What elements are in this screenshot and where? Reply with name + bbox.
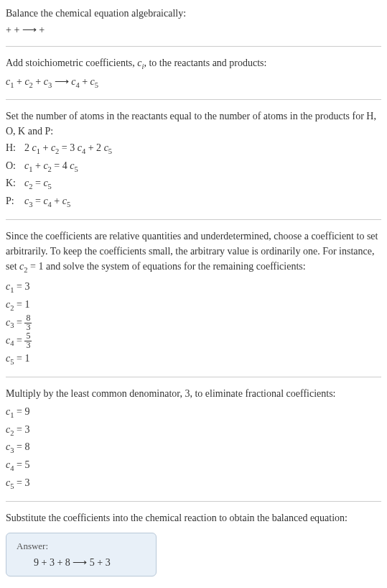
answer-equation: 9 + 3 + 8 ⟶ 5 + 3 xyxy=(17,556,146,569)
stoich-intro: Add stoichiometric coefficients, ci, to … xyxy=(6,55,381,73)
c5-sub: 5 xyxy=(95,81,98,88)
s: 5 xyxy=(108,147,112,155)
atom-eq: c1 + c2 = 4 c5 xyxy=(24,158,112,176)
val: 9 xyxy=(24,406,29,417)
atom-row-p: P: c3 = c4 + c5 xyxy=(6,193,112,211)
intro-equation: + + ⟶ + xyxy=(6,22,381,37)
divider xyxy=(6,99,381,100)
intro-section: Balance the chemical equation algebraica… xyxy=(6,6,381,37)
atom-label: H: xyxy=(6,140,24,158)
s: 5 xyxy=(74,165,78,173)
frac: 53 xyxy=(24,332,32,350)
frac: 83 xyxy=(24,314,32,332)
atom-row-k: K: c2 = c5 xyxy=(6,175,112,193)
mult-coeffs: c1 = 9 c2 = 3 c3 = 8 c4 = 5 c5 = 3 xyxy=(6,404,381,492)
coeff-line: c3 = 8 xyxy=(6,439,381,457)
e: = xyxy=(14,353,24,364)
atom-eq: c3 = c4 + c5 xyxy=(24,193,112,211)
divider xyxy=(6,46,381,47)
e: = xyxy=(14,281,24,292)
stoich-section: Add stoichiometric coefficients, ci, to … xyxy=(6,55,381,91)
pre: 2 xyxy=(24,142,32,153)
stoich-text1: Add stoichiometric coefficients, xyxy=(6,58,137,68)
arrow: ⟶ xyxy=(52,76,71,87)
coeff-line: c3 = 83 xyxy=(6,314,381,332)
plus2: + xyxy=(33,76,44,87)
m: + xyxy=(32,160,43,171)
coeff-line: c5 = 1 xyxy=(6,351,381,369)
atom-row-o: O: c1 + c2 = 4 c5 xyxy=(6,158,112,176)
plus3: + xyxy=(80,76,90,87)
e: = xyxy=(14,459,24,470)
mult-section: Multiply by the least common denominator… xyxy=(6,386,381,492)
atom-eq: c2 = c5 xyxy=(24,175,112,193)
intro-eq-text: + + ⟶ + xyxy=(6,24,45,35)
coeff-line: c1 = 3 xyxy=(6,279,381,297)
e: = 3 xyxy=(59,142,77,153)
atom-eq: 2 c1 + c2 = 3 c4 + 2 c5 xyxy=(24,140,112,158)
solve-text2: and solve the system of equations for th… xyxy=(43,261,305,272)
coeff-line: c2 = 1 xyxy=(6,297,381,315)
s: 5 xyxy=(48,183,52,190)
e: = xyxy=(14,424,24,435)
atoms-section: Set the number of atoms in the reactants… xyxy=(6,109,381,211)
stoich-text2: , to the reactants and products: xyxy=(144,58,266,68)
e: = 4 xyxy=(52,160,70,171)
solve-section: Since the coefficients are relative quan… xyxy=(6,229,381,368)
stoich-equation: c1 + c2 + c3 ⟶ c4 + c5 xyxy=(6,74,381,91)
val: 1 xyxy=(24,299,29,310)
e: = xyxy=(14,299,24,310)
solve-intro: Since the coefficients are relative quan… xyxy=(6,229,381,276)
divider xyxy=(6,501,381,502)
plus1: + xyxy=(14,76,24,87)
e: = xyxy=(14,406,24,417)
e: = xyxy=(14,317,24,328)
e: = xyxy=(14,335,24,346)
e: = xyxy=(14,477,24,488)
m: + 2 xyxy=(85,142,103,153)
e: = xyxy=(32,178,43,188)
atom-row-h: H: 2 c1 + c2 = 3 c4 + 2 c5 xyxy=(6,140,112,158)
val: 3 xyxy=(24,281,29,292)
den: 3 xyxy=(24,341,32,350)
seteq: = 1 xyxy=(28,261,44,272)
intro-line1: Balance the chemical equation algebraica… xyxy=(6,6,381,21)
val: 3 xyxy=(24,477,29,488)
coeff-line: c4 = 5 xyxy=(6,457,381,475)
val: 1 xyxy=(24,353,29,364)
atoms-intro: Set the number of atoms in the reactants… xyxy=(6,109,381,139)
val: 5 xyxy=(24,459,29,470)
coeff-line: c1 = 9 xyxy=(6,404,381,422)
divider xyxy=(6,219,381,220)
answer-box: Answer: 9 + 3 + 8 ⟶ 5 + 3 xyxy=(6,533,157,576)
atom-label: K: xyxy=(6,175,24,193)
atom-label: O: xyxy=(6,158,24,176)
answer-label: Answer: xyxy=(17,541,146,552)
coeff-line: c2 = 3 xyxy=(6,422,381,440)
coeff-line: c4 = 53 xyxy=(6,332,381,350)
m: + xyxy=(40,142,51,153)
final-intro: Substitute the coefficients into the che… xyxy=(6,510,381,525)
atom-label: P: xyxy=(6,193,24,211)
e: = xyxy=(32,196,43,206)
val: 3 xyxy=(24,424,29,435)
coeff-line: c5 = 3 xyxy=(6,475,381,493)
atoms-table: H: 2 c1 + c2 = 3 c4 + 2 c5 O: c1 + c2 = … xyxy=(6,140,112,211)
final-section: Substitute the coefficients into the che… xyxy=(6,510,381,576)
divider xyxy=(6,377,381,377)
e: = xyxy=(14,441,24,452)
solve-coeffs: c1 = 3 c2 = 1 c3 = 83 c4 = 53 c5 = 1 xyxy=(6,279,381,368)
val: 8 xyxy=(24,441,29,452)
mult-intro: Multiply by the least common denominator… xyxy=(6,386,381,401)
s: 5 xyxy=(67,201,70,208)
m: + xyxy=(52,196,62,206)
